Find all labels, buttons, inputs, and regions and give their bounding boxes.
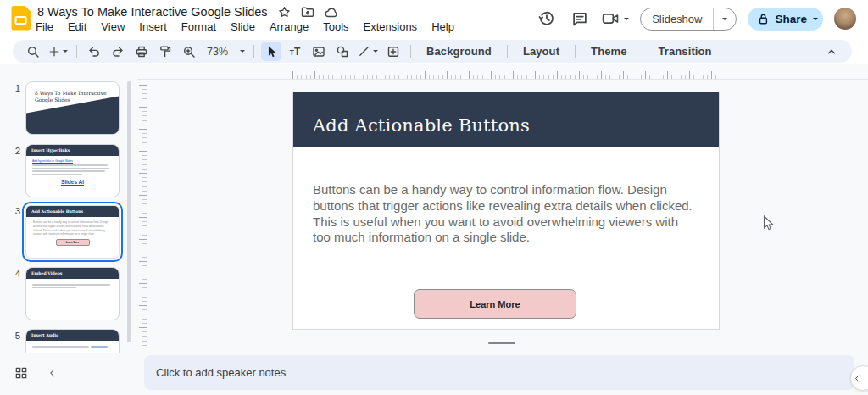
camera-dropdown-caret[interactable] (624, 18, 629, 23)
thumb3-title: Add Actionable Buttons (26, 209, 83, 214)
theme-button[interactable]: Theme (582, 42, 635, 61)
thumb3-body: Buttons can be a handy way to control in… (26, 217, 119, 236)
thumb2-title: Insert Hyperlinks (26, 148, 70, 153)
quick-add-button[interactable] (47, 42, 70, 61)
search-menus-icon[interactable] (23, 42, 43, 61)
slide-title: Add Actionable Buttons (293, 115, 530, 147)
slide-filmstrip: 1 8 Ways To Make Interactive Google Slid… (0, 75, 137, 353)
slide-canvas[interactable]: Add Actionable Buttons Buttons can be a … (292, 92, 720, 330)
text-line-placeholder (32, 174, 82, 175)
thumb3-learn-more-button: Learn More (56, 239, 90, 246)
insert-line-tool[interactable] (356, 42, 380, 61)
toolbar: 73% TT Background Layout Theme Transitio… (13, 40, 852, 63)
learn-more-label: Learn More (470, 299, 520, 309)
share-button[interactable]: Share (748, 8, 823, 31)
menu-slide[interactable]: Slide (231, 20, 255, 34)
menu-edit[interactable]: Edit (68, 20, 86, 34)
move-folder-icon[interactable] (301, 6, 314, 18)
canvas-border (137, 79, 868, 80)
zoom-in-icon[interactable] (179, 42, 199, 61)
slide-number: 5 (12, 331, 24, 341)
slide-thumbnail-5[interactable]: Insert Audio (25, 329, 120, 353)
text-box-tool[interactable]: TT (285, 42, 305, 61)
star-icon[interactable] (278, 6, 291, 19)
select-tool[interactable] (261, 42, 281, 61)
insert-shape-tool[interactable] (332, 42, 353, 61)
speaker-notes-placeholder: Click to add speaker notes (156, 366, 286, 379)
speaker-notes-box[interactable]: Click to add speaker notes (144, 355, 854, 390)
text-line-placeholder (32, 170, 105, 172)
menu-file[interactable]: File (36, 20, 53, 34)
print-icon[interactable] (131, 42, 152, 61)
thumb2-slides-ai-link: Slides AI (32, 179, 113, 185)
share-dropdown-caret[interactable] (813, 18, 818, 23)
top-bar: 8 Ways To Make Interactive Google Slides… (0, 0, 868, 39)
menu-help[interactable]: Help (431, 20, 454, 34)
slide-number: 4 (12, 269, 24, 279)
slide-thumbnail-1[interactable]: 8 Ways To Make Interactive Google Slides (25, 81, 120, 135)
meet-camera-button[interactable] (602, 12, 629, 25)
slideshow-button[interactable]: Slideshow (640, 8, 737, 31)
lock-icon (758, 13, 769, 25)
vertical-ruler (139, 85, 147, 346)
slide-thumbnail-2[interactable]: Insert Hyperlinks Add hyperlinks to Goog… (25, 144, 120, 198)
slideshow-dropdown[interactable] (714, 8, 736, 30)
slideshow-label[interactable]: Slideshow (641, 8, 714, 30)
zoom-level-value: 73% (204, 46, 231, 58)
text-line-placeholder (32, 346, 89, 348)
cloud-saved-icon[interactable] (325, 7, 339, 18)
thumb2-link-text: Add hyperlinks to Google Slides (32, 159, 113, 163)
learn-more-button[interactable]: Learn More (414, 289, 576, 319)
undo-icon[interactable] (84, 42, 104, 61)
comments-icon[interactable] (569, 8, 591, 30)
text-line-placeholder (32, 168, 109, 170)
slide-thumbnail-3-selected[interactable]: Add Actionable Buttons Buttons can be a … (22, 202, 123, 262)
menu-extensions[interactable]: Extensions (364, 20, 418, 34)
mouse-cursor (763, 215, 775, 231)
text-line-placeholder (32, 287, 76, 289)
layout-button[interactable]: Layout (515, 42, 568, 61)
menu-format[interactable]: Format (181, 20, 216, 34)
zoom-level-select[interactable]: 73% (203, 42, 247, 61)
menu-view[interactable]: View (101, 20, 125, 34)
text-line-placeholder (91, 346, 108, 348)
text-line-placeholder (32, 164, 108, 166)
slide-body-text[interactable]: Buttons can be a handy way to control in… (313, 182, 696, 246)
slide-title-box[interactable]: Add Actionable Buttons (293, 92, 719, 147)
slide-number: 2 (12, 146, 24, 156)
transition-button[interactable]: Transition (650, 42, 721, 61)
share-label[interactable]: Share (775, 13, 807, 25)
notes-resize-handle[interactable] (488, 342, 515, 344)
account-avatar[interactable] (834, 8, 856, 30)
menu-bar: File Edit View Insert Format Slide Arran… (36, 20, 454, 34)
menu-arrange[interactable]: Arrange (270, 20, 309, 34)
menu-tools[interactable]: Tools (323, 20, 348, 34)
thumb5-title: Insert Audio (26, 333, 58, 337)
collapse-filmstrip-icon[interactable] (47, 368, 58, 378)
grid-view-icon[interactable] (15, 367, 27, 379)
slide-thumbnail-4[interactable]: Embed Videos (25, 267, 120, 320)
document-title[interactable]: 8 Ways To Make Interactive Google Slides (37, 5, 268, 19)
menu-insert[interactable]: Insert (139, 20, 167, 34)
google-slides-logo[interactable] (11, 6, 31, 32)
text-line-placeholder (32, 284, 110, 286)
version-history-icon[interactable] (536, 8, 558, 30)
background-button[interactable]: Background (418, 42, 500, 61)
redo-icon[interactable] (108, 42, 128, 61)
collapse-toolbar-icon[interactable] (821, 42, 842, 61)
horizontal-ruler (292, 71, 720, 79)
thumb4-title: Embed Videos (26, 271, 62, 275)
paint-format-icon[interactable] (155, 42, 175, 61)
filmstrip-scrollbar[interactable] (127, 81, 131, 342)
insert-comment-tool[interactable] (383, 42, 403, 61)
insert-image-tool[interactable] (309, 42, 329, 61)
slide-number: 1 (12, 83, 24, 93)
